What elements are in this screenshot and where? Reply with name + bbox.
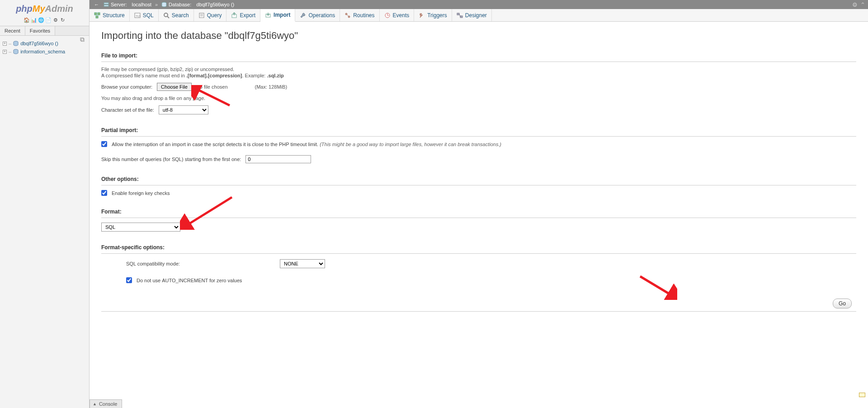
triggers-icon [419, 12, 425, 19]
designer-icon [457, 12, 463, 19]
caret-up-icon: ▲ [93, 402, 97, 406]
clock-icon [384, 12, 391, 19]
logout-icon[interactable]: 📊 [31, 17, 37, 23]
reload-icon[interactable]: ⚙ [52, 17, 59, 23]
sidebar-tabs: Recent Favorites [0, 26, 89, 36]
choose-file-button[interactable]: Choose File [157, 83, 192, 91]
expand-icon[interactable]: + [3, 42, 7, 46]
svg-rect-2 [104, 3, 108, 4]
svg-line-19 [347, 14, 349, 16]
tab-designer[interactable]: Designer [452, 9, 492, 21]
section-format-specific: Format-specific options: [101, 244, 856, 252]
section-other-options: Other options: [101, 176, 856, 184]
sql-icon: SQL [134, 12, 141, 19]
section-partial-import: Partial import: [101, 127, 856, 135]
database-icon [161, 2, 167, 7]
logo: phpMyAdmin [0, 0, 89, 16]
breadcrumb-database[interactable]: Database: dbqlf7g5ti6wyo () [161, 2, 234, 7]
main: ← Server: localhost » Database: dbqlf7g5… [90, 0, 868, 408]
tab-search[interactable]: Search [159, 9, 194, 21]
format-select[interactable]: SQL [101, 223, 180, 232]
routines-icon [344, 12, 351, 19]
sidebar-icon-row: 🏠 📊 🌐 📄 ⚙ ↻ [0, 16, 89, 26]
docs-icon[interactable]: 🌐 [38, 17, 44, 23]
allow-interrupt-label: Allow the interruption of an import in c… [112, 142, 501, 147]
tab-routines[interactable]: Routines [340, 9, 379, 21]
breadcrumb-server[interactable]: Server: localhost [104, 2, 151, 7]
skip-queries-input[interactable] [245, 155, 311, 163]
server-icon [104, 2, 109, 7]
skip-label: Skip this number of queries (for SQL) st… [101, 157, 241, 162]
svg-point-10 [164, 13, 168, 17]
compat-label: SQL compatibility mode: [126, 261, 275, 266]
db-name: information_schema [20, 49, 65, 54]
tab-sql[interactable]: SQLSQL [130, 9, 159, 21]
refresh-icon[interactable]: ↻ [60, 17, 66, 23]
max-size-label: (Max: 128MiB) [255, 84, 288, 90]
drag-help: You may also drag and drop a file on any… [101, 95, 856, 101]
collapse-panel-icon[interactable]: ← [92, 2, 101, 7]
enable-fk-checkbox[interactable] [101, 190, 107, 196]
svg-rect-7 [96, 16, 98, 18]
tab-events[interactable]: Events [380, 9, 415, 21]
tab-export[interactable]: Export [226, 9, 260, 21]
svg-rect-24 [460, 16, 462, 18]
annotation-arrow-3 [637, 273, 677, 300]
tab-triggers[interactable]: Triggers [414, 9, 452, 21]
compress-help: File may be compressed (gzip, bzip2, zip… [101, 66, 856, 72]
wrench-icon [300, 12, 306, 19]
db-tree: ⧉ + – dbqlf7g5ti6wyo () + – information_… [0, 36, 89, 59]
svg-rect-3 [104, 5, 108, 6]
svg-rect-12 [199, 13, 204, 18]
charset-label: Character set of the file: [101, 107, 154, 113]
section-format: Format: [101, 209, 856, 217]
svg-rect-6 [98, 13, 100, 15]
compat-select[interactable]: NONE [280, 259, 325, 268]
link-icon[interactable]: ⧉ [80, 36, 85, 43]
page-title: Importing into the database "dbqlf7g5ti6… [101, 30, 856, 42]
query-icon [198, 12, 205, 19]
tab-query[interactable]: Query [194, 9, 227, 21]
export-icon [231, 12, 237, 19]
allow-interrupt-checkbox[interactable] [101, 141, 107, 147]
notes-indicator[interactable] [859, 393, 865, 397]
compress-name-help: A compressed file's name must end in .[f… [101, 73, 856, 78]
svg-line-11 [167, 16, 169, 18]
svg-rect-5 [94, 13, 97, 15]
breadcrumb: ← Server: localhost » Database: dbqlf7g5… [90, 0, 868, 9]
search-icon [163, 12, 170, 19]
svg-line-25 [459, 14, 460, 17]
expand-icon[interactable]: + [3, 50, 7, 54]
tab-favorites[interactable]: Favorites [25, 26, 55, 35]
gear-icon[interactable]: ⚙ [852, 1, 858, 8]
tab-import[interactable]: Import [260, 9, 295, 22]
browse-label: Browse your computer: [101, 84, 152, 90]
tab-operations[interactable]: Operations [295, 9, 340, 21]
collapse-up-icon[interactable]: ⌃ [860, 1, 865, 8]
structure-icon [94, 12, 100, 19]
navtabs: Structure SQLSQL Search Query Export Imp… [90, 9, 868, 22]
no-autoincrement-checkbox[interactable] [126, 277, 132, 283]
charset-select[interactable]: utf-8 [159, 105, 208, 114]
no-autoincrement-label: Do not use AUTO_INCREMENT for zero value… [137, 278, 242, 283]
home-icon[interactable]: 🏠 [24, 17, 30, 23]
enable-fk-label: Enable foreign key checks [112, 190, 170, 196]
section-file-to-import: File to import: [101, 52, 856, 61]
db-item[interactable]: + – dbqlf7g5ti6wyo () [3, 39, 86, 47]
file-chosen-status: No file chosen [196, 84, 228, 90]
tab-recent[interactable]: Recent [0, 26, 25, 35]
svg-rect-23 [457, 13, 459, 15]
sidebar: phpMyAdmin 🏠 📊 🌐 📄 ⚙ ↻ Recent Favorites … [0, 0, 90, 408]
db-item[interactable]: + – information_schema [3, 47, 86, 56]
database-icon [13, 49, 19, 54]
go-button[interactable]: Go [833, 299, 852, 308]
db-name: dbqlf7g5ti6wyo () [20, 41, 58, 46]
tab-structure[interactable]: Structure [90, 9, 130, 21]
console-bar[interactable]: ▲ Console [90, 399, 122, 408]
content: Importing into the database "dbqlf7g5ti6… [90, 22, 868, 408]
database-icon [13, 41, 19, 46]
svg-text:SQL: SQL [136, 14, 141, 17]
settings-icon[interactable]: 📄 [45, 17, 52, 23]
import-icon [265, 12, 271, 18]
